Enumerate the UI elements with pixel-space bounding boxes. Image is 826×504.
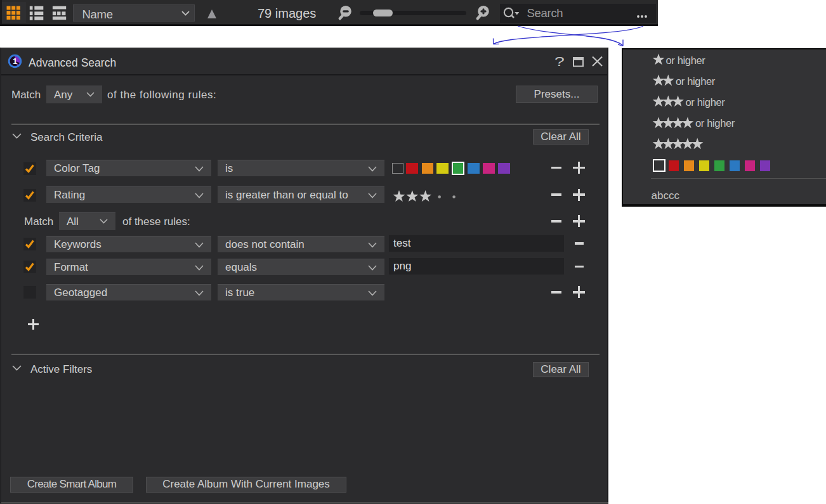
svg-text:1: 1 (12, 56, 16, 66)
